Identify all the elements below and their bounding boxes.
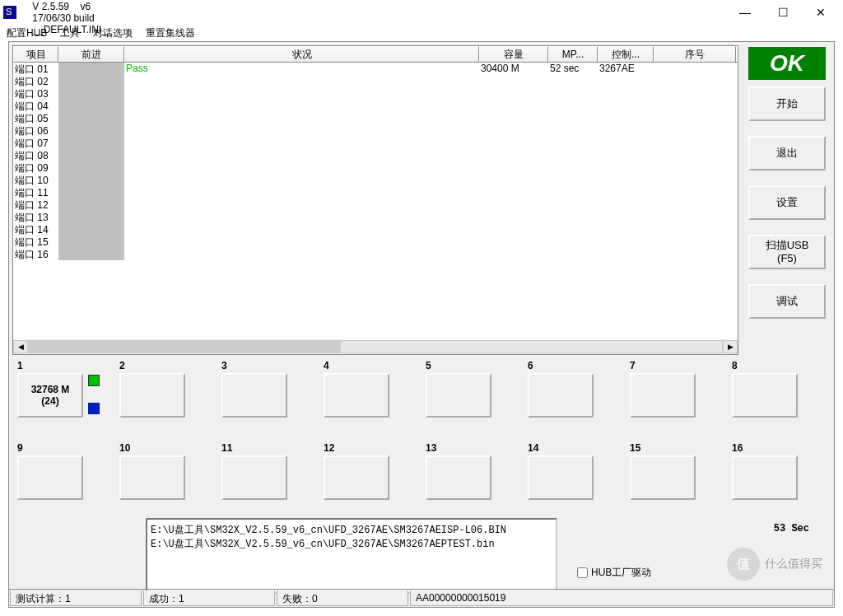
indicator-blue-icon — [88, 403, 100, 414]
table-row[interactable]: 端口 07 — [13, 137, 738, 149]
menu-bar: 配置HUB 工具 对话选项 重置集线器 — [0, 25, 843, 41]
port-slot-13: 13 — [421, 441, 523, 518]
port-slot-6: 6 — [523, 358, 625, 436]
table-row[interactable]: 端口 14 — [13, 223, 738, 236]
table-body: 端口 01Pass30400 M52 sec3267AE端口 02端口 03端口… — [13, 63, 738, 260]
table-row[interactable]: 端口 10 — [13, 174, 738, 186]
start-button[interactable]: 开始 — [748, 86, 826, 121]
th-ctrl[interactable]: 控制... — [598, 46, 654, 62]
port-box[interactable] — [119, 455, 185, 500]
th-capacity[interactable]: 容量 — [479, 46, 548, 62]
port-number: 8 — [732, 360, 738, 371]
status-test-count: 测试计算：1 — [10, 590, 142, 606]
th-sn[interactable]: 序号 — [654, 46, 736, 62]
port-number: 7 — [630, 360, 636, 371]
table-row[interactable]: 端口 12 — [13, 198, 738, 211]
port-box[interactable] — [221, 373, 287, 418]
port-box[interactable] — [426, 373, 491, 418]
port-number: 3 — [221, 360, 227, 371]
port-box[interactable] — [732, 455, 798, 500]
status-ok: OK — [748, 47, 826, 80]
close-button[interactable]: ✕ — [802, 0, 840, 25]
table-row[interactable]: 端口 03 — [13, 87, 738, 100]
hub-factory-input[interactable] — [577, 567, 588, 578]
status-table: 项目 前进 状况 容量 MP... 控制... 序号 端口 01Pass3040… — [12, 45, 738, 355]
watermark-text: 什么值得买 — [765, 557, 822, 572]
port-slot-5: 5 — [421, 358, 523, 436]
port-slot-11: 11 — [217, 441, 319, 518]
maximize-button[interactable]: ☐ — [764, 0, 802, 25]
port-box[interactable]: 32768 M(24) — [17, 373, 83, 418]
scroll-left-icon[interactable]: ◀ — [13, 340, 28, 353]
title-bar: SMI Mass Production Tool V 2.5.59 v6 17/… — [0, 0, 843, 25]
table-row[interactable]: 端口 02 — [13, 75, 738, 87]
table-header: 项目 前进 状况 容量 MP... 控制... 序号 — [13, 46, 738, 63]
port-box[interactable] — [426, 455, 491, 500]
port-slot-9: 9 — [12, 441, 114, 518]
watermark: 值 什么值得买 — [727, 546, 826, 582]
th-port[interactable]: 项目 — [13, 46, 58, 62]
th-progress[interactable]: 前进 — [58, 46, 124, 62]
port-number: 1 — [17, 360, 23, 371]
port-number: 16 — [732, 442, 743, 454]
minimize-button[interactable]: — — [726, 0, 764, 25]
port-box[interactable] — [221, 455, 287, 500]
port-number: 6 — [528, 360, 533, 371]
port-slot-3: 3 — [217, 358, 319, 436]
table-row[interactable]: 端口 05 — [13, 112, 738, 124]
port-number: 9 — [17, 442, 23, 454]
table-row[interactable]: 端口 04 — [13, 100, 738, 112]
menu-tools[interactable]: 工具 — [57, 26, 83, 41]
scroll-right-icon[interactable]: ▶ — [723, 340, 738, 353]
port-box[interactable] — [324, 455, 389, 500]
port-slot-10: 10 — [114, 441, 217, 518]
settings-button[interactable]: 设置 — [748, 185, 826, 220]
exit-button[interactable]: 退出 — [748, 136, 826, 170]
port-grid: 132768 M(24)2345678910111213141516 — [12, 358, 831, 518]
table-row[interactable]: 端口 15 — [13, 236, 738, 248]
elapsed-seconds: 53 Sec — [774, 523, 809, 534]
status-pass-count: 成功：1 — [143, 590, 275, 606]
side-panel: OK 开始 退出 设置 扫描USB (F5) 调试 — [748, 47, 829, 334]
table-row[interactable]: 端口 08 — [13, 149, 738, 161]
port-number: 4 — [324, 360, 329, 371]
port-box[interactable] — [119, 373, 185, 418]
menu-reset-hub[interactable]: 重置集线器 — [142, 26, 198, 41]
menu-dialog[interactable]: 对话选项 — [90, 26, 136, 41]
port-number: 11 — [221, 442, 232, 454]
table-row[interactable]: 端口 09 — [13, 161, 738, 174]
port-slot-8: 8 — [727, 358, 829, 436]
debug-button[interactable]: 调试 — [748, 284, 826, 319]
th-mp[interactable]: MP... — [548, 46, 598, 62]
port-box[interactable] — [732, 373, 798, 418]
status-bar: 测试计算：1 成功：1 失败：0 AA00000000015019 — [9, 589, 834, 607]
port-slot-7: 7 — [625, 358, 727, 436]
app-icon — [3, 6, 16, 19]
firmware-path-box[interactable]: E:\U盘工具\SM32X_V2.5.59_v6_cn\UFD_3267AE\S… — [146, 518, 557, 594]
port-number: 13 — [426, 442, 436, 454]
port-box[interactable] — [17, 455, 83, 500]
watermark-icon: 值 — [727, 548, 760, 581]
h-scrollbar[interactable]: ◀ ▶ — [13, 339, 738, 354]
port-slot-12: 12 — [319, 441, 421, 518]
port-number: 2 — [119, 360, 125, 371]
indicator-green-icon — [88, 375, 100, 386]
port-box[interactable] — [528, 455, 594, 500]
port-slot-14: 14 — [523, 441, 625, 518]
port-number: 14 — [528, 442, 538, 454]
port-box[interactable] — [630, 455, 696, 500]
th-status[interactable]: 状况 — [124, 46, 479, 62]
hub-factory-checkbox[interactable]: HUB工厂驱动 — [577, 566, 651, 580]
scan-usb-button[interactable]: 扫描USB (F5) — [748, 235, 826, 269]
table-row[interactable]: 端口 11 — [13, 186, 738, 198]
port-number: 12 — [324, 442, 334, 454]
table-row[interactable]: 端口 13 — [13, 211, 738, 223]
menu-hub[interactable]: 配置HUB — [3, 26, 50, 41]
port-box[interactable] — [630, 373, 696, 418]
port-slot-2: 2 — [114, 358, 217, 436]
port-box[interactable] — [324, 373, 389, 418]
table-row[interactable]: 端口 16 — [13, 248, 738, 260]
table-row[interactable]: 端口 06 — [13, 124, 738, 137]
port-box[interactable] — [528, 373, 594, 418]
table-row[interactable]: 端口 01Pass30400 M52 sec3267AE — [13, 63, 738, 75]
